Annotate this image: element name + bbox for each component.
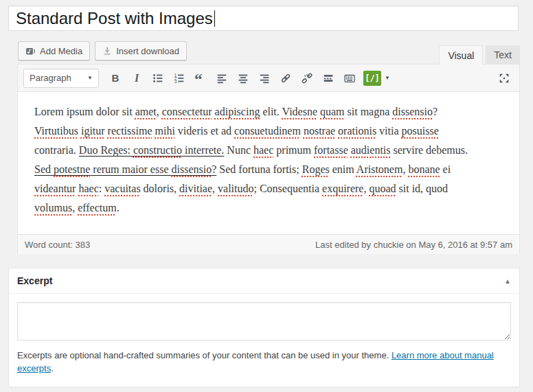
misspelled-word: haec [253, 144, 273, 156]
tab-text[interactable]: Text [486, 45, 520, 65]
media-icon [25, 46, 36, 56]
numbered-list-button[interactable]: 123 [170, 69, 189, 88]
misspelled-word: amet [135, 106, 157, 117]
bold-button[interactable]: B [106, 69, 125, 88]
text-segment: potestne [54, 163, 90, 175]
text-segment: . [117, 202, 120, 214]
tab-visual[interactable]: Visual [439, 45, 483, 65]
text-segment: sit magna [345, 106, 393, 117]
misspelled-word: igitur [81, 125, 105, 137]
align-right-icon [258, 72, 271, 84]
excerpt-help-period: . [51, 363, 54, 373]
italic-icon: I [135, 72, 139, 84]
misspelled-word: posuisse [402, 125, 439, 137]
misspelled-word: adipiscing [215, 106, 260, 117]
text-segment: Duo Reges: [79, 144, 133, 156]
text-segment: vitia [376, 125, 401, 137]
shortcode-button[interactable]: [/] [363, 71, 381, 86]
word-count-label: Word count: [25, 240, 73, 250]
excerpt-panel-header[interactable]: Excerpt ▲ [9, 268, 519, 294]
misspelled-word: videantur [34, 183, 76, 194]
text-segment: , [212, 183, 218, 194]
word-count-value: 383 [75, 240, 90, 250]
misspelled-word: Videsne [282, 106, 317, 117]
excerpt-panel-body: Excerpts are optional hand-crafted summa… [9, 294, 519, 387]
bullet-list-icon [152, 72, 164, 84]
word-count: Word count: 383 [25, 240, 90, 250]
post-title-wrap: Standard Post with Images [8, 5, 519, 31]
misspelled-word: volumus [34, 202, 72, 214]
content-line: videantur haec: vacuitas doloris, diviti… [34, 179, 503, 198]
misspelled-word: potestne [54, 163, 90, 175]
text-segment: rerum maior esse [90, 163, 171, 175]
insert-download-label: Insert download [116, 46, 179, 56]
format-select-value: Paragraph [30, 73, 71, 83]
add-media-label: Add Media [40, 46, 82, 56]
collapse-arrow-icon[interactable]: ▲ [504, 277, 511, 285]
align-right-button[interactable] [255, 69, 274, 88]
misspelled-word: effectum [78, 202, 117, 214]
misspelled-word: orationis [338, 125, 376, 137]
excerpt-textarea[interactable] [17, 302, 511, 341]
italic-button[interactable]: I [127, 69, 146, 88]
text-segment: contraria. [34, 144, 79, 156]
bold-icon: B [112, 72, 120, 84]
text-segment: enim [330, 163, 356, 175]
misspelled-word: consuetudinem [234, 125, 301, 137]
fullscreen-button[interactable] [495, 69, 514, 88]
content-line: Sed potestne rerum maior esse dissensio?… [34, 160, 503, 179]
download-icon [102, 46, 112, 56]
format-select[interactable]: Paragraph ▼ [23, 69, 99, 88]
misspelled-word: quoad [369, 183, 396, 194]
editor-status-bar: Word count: 383 Last edited by chuckie o… [18, 234, 519, 254]
toolbar-toggle-button[interactable] [340, 69, 359, 88]
text-segment: Nunc [224, 144, 253, 156]
misspelled-word: rectissime [108, 125, 152, 137]
text-segment: elit. [260, 106, 282, 117]
text-segment: sit id, quod [396, 183, 449, 194]
align-left-button[interactable] [212, 69, 231, 88]
misspelled-word: vacuitas [104, 183, 140, 194]
misspelled-word: mihi [155, 125, 174, 137]
content-line: Virtutibus igitur rectissime mihi videri… [34, 122, 503, 141]
text-segment: , [72, 202, 78, 214]
misspelled-word: dissensio [172, 163, 212, 175]
more-tag-button[interactable] [319, 69, 338, 88]
excerpt-help-text: Excerpts are optional hand-crafted summa… [17, 349, 511, 378]
last-edited-text: Last edited by chuckie on May 6, 2016 at… [315, 240, 512, 250]
text-segment: Sed [34, 163, 54, 175]
insert-download-button[interactable]: Insert download [95, 41, 187, 60]
align-center-button[interactable] [234, 69, 253, 88]
misspelled-word: dissensio [392, 106, 433, 117]
align-left-icon [216, 72, 228, 84]
link-button[interactable] [276, 69, 295, 88]
blockquote-button[interactable]: “ [191, 69, 210, 88]
post-title-text: Standard Post with Images [16, 9, 213, 28]
text-segment: Sed fortuna fortis; [216, 163, 302, 175]
editor-toolbar: Paragraph ▼ B I 123 “ [18, 65, 519, 92]
post-title-input[interactable]: Standard Post with Images [8, 5, 519, 31]
unlink-button[interactable] [297, 69, 317, 88]
shortcode-dropdown-caret-icon[interactable]: ▼ [385, 75, 390, 81]
align-center-icon [237, 72, 249, 84]
misspelled-word: Roges [302, 163, 330, 175]
misspelled-word: haec [78, 183, 98, 194]
more-tag-icon [322, 72, 334, 84]
bullet-list-button[interactable] [148, 69, 168, 88]
text-segment: ? [433, 106, 438, 117]
misspelled-word: exquirere [322, 183, 363, 194]
content-line: volumus, effectum. [34, 198, 503, 218]
add-media-button[interactable]: Add Media [18, 41, 90, 60]
text-segment: , [157, 106, 162, 117]
text-segment: videris et ad [175, 125, 234, 137]
keyboard-icon [343, 72, 356, 84]
misspelled-word: constructio [133, 144, 182, 156]
misspelled-word: valitudo [218, 183, 253, 194]
fullscreen-icon [498, 72, 510, 84]
media-buttons-row: Add Media Insert download [18, 41, 187, 60]
text-caret [214, 10, 215, 27]
misspelled-word: audientis [351, 144, 391, 156]
editor-content-area[interactable]: Lorem ipsum dolor sit amet, consectetur … [18, 92, 519, 234]
text-segment: interrete. [182, 144, 224, 156]
numbered-list-icon: 123 [173, 72, 185, 84]
